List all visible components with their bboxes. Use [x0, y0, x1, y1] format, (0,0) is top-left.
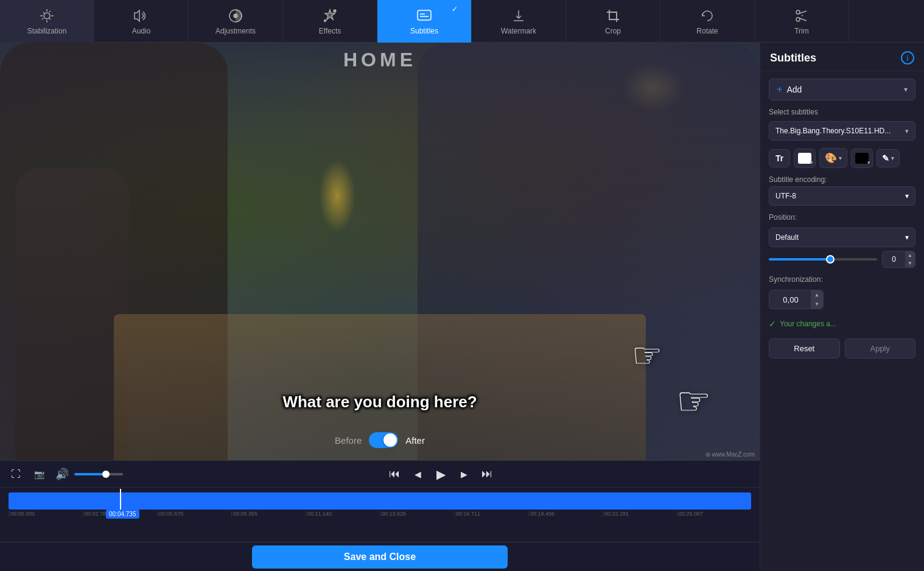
position-number-input[interactable]: 0 ▲ ▼	[882, 251, 915, 268]
reset-button[interactable]: Reset	[769, 338, 840, 359]
skip-start-button[interactable]: ⏮	[386, 466, 403, 483]
svg-rect-12	[609, 12, 617, 19]
sync-label: Synchronization:	[769, 275, 915, 284]
position-chevron: ▾	[905, 233, 909, 242]
font-button[interactable]: Tr	[769, 149, 790, 167]
select-subtitles-label: Select subtitles	[769, 108, 915, 116]
toolbar-audio-label: Audio	[132, 27, 151, 35]
before-after-switch[interactable]	[369, 432, 398, 448]
pen-button[interactable]: ✎ ▾	[877, 149, 900, 167]
ruler-tick-5: 00:13.926	[380, 511, 454, 517]
palette-button[interactable]: 🎨 ▾	[819, 148, 847, 168]
ruler-tick-9: 00:25.067	[677, 511, 751, 517]
text-color-preview	[798, 153, 811, 164]
add-subtitle-button[interactable]: + Add ▾	[769, 79, 915, 100]
toolbar-trim-label: Trim	[794, 27, 809, 35]
toolbar-subtitles-label: Subtitles	[410, 27, 438, 35]
trim-icon	[793, 7, 810, 24]
sync-decrement[interactable]: ▼	[811, 300, 823, 309]
apply-button[interactable]: Apply	[845, 338, 916, 359]
changes-saved-text: Your changes a...	[780, 320, 836, 328]
sync-spinners: ▲ ▼	[811, 290, 823, 309]
video-controls-bar: ⛶ 📷 🔊 ⏮ ◀ ▶ ▶ ⏭	[0, 460, 760, 487]
scene-sparkle	[319, 159, 355, 233]
toolbar-stabilization-label: Stabilization	[27, 27, 67, 35]
toolbar: Stabilization Audio Adjustments	[0, 0, 924, 43]
volume-icon[interactable]: 🔊	[54, 466, 71, 483]
right-panel: Subtitles i + Add ▾ Select subtitles The…	[760, 43, 924, 571]
svg-point-6	[234, 14, 237, 18]
volume-knob	[102, 471, 110, 478]
step-forward-button[interactable]: ▶	[455, 466, 472, 483]
checkmark-icon: ✓	[769, 319, 776, 329]
main-content: HOME What are you doing here? Before	[0, 43, 924, 571]
crop-icon	[604, 7, 621, 24]
toolbar-crop[interactable]: Crop	[566, 0, 660, 43]
svg-point-0	[44, 13, 50, 19]
panel-header: Subtitles i	[760, 43, 924, 71]
encoding-section: Subtitle encoding: UTF-8 ▾	[769, 175, 915, 206]
toolbar-effects[interactable]: Effects	[283, 0, 377, 43]
ruler-tick-4: 00:11.140	[306, 511, 380, 517]
ruler-tick-7: 00:19.496	[528, 511, 603, 517]
select-subtitles-section: Select subtitles The.Big.Bang.Theory.S10…	[769, 108, 915, 141]
timeline-area[interactable]: 00:04.735 00:00.000 00:02.785 00:05.570 …	[0, 487, 760, 542]
info-icon[interactable]: i	[901, 51, 914, 65]
sync-value: 0,00	[783, 295, 798, 304]
save-close-button[interactable]: Save and Close	[252, 545, 508, 569]
position-slider[interactable]	[769, 258, 877, 261]
position-value: Default	[775, 233, 799, 242]
toolbar-stabilization[interactable]: Stabilization	[0, 0, 94, 43]
bg-color-preview	[855, 153, 869, 164]
bg-color-chevron: ▾	[867, 159, 870, 166]
effects-icon	[321, 7, 338, 24]
toolbar-trim[interactable]: Trim	[755, 0, 849, 43]
position-section: Position: Default ▾ 0 ▲ ▼	[769, 213, 915, 268]
video-scene: HOME What are you doing here? Before	[0, 43, 760, 460]
svg-rect-9	[418, 10, 431, 20]
subtitle-file-dropdown[interactable]: The.Big.Bang.Theory.S10E11.HD... ▾	[769, 121, 915, 141]
svg-point-8	[324, 20, 326, 22]
position-increment[interactable]: ▲	[905, 251, 915, 259]
palette-chevron: ▾	[839, 155, 842, 161]
timeline-track[interactable]	[9, 492, 751, 510]
svg-point-7	[334, 10, 336, 12]
screenshot-button[interactable]: 📷	[30, 466, 47, 483]
bg-color-swatch[interactable]: ▾	[851, 149, 873, 168]
font-style-row: Tr ▾ 🎨 ▾ ▾ ✎	[769, 148, 915, 168]
position-slider-knob	[826, 255, 835, 264]
plus-icon: +	[777, 84, 782, 94]
text-color-swatch[interactable]: ▾	[794, 149, 816, 168]
sync-input[interactable]: 0,00 ▲ ▼	[769, 290, 824, 309]
after-label: After	[405, 435, 425, 446]
toolbar-audio[interactable]: Audio	[94, 0, 189, 43]
ruler-tick-6: 00:16.711	[454, 511, 528, 517]
skip-end-button[interactable]: ⏭	[478, 466, 495, 483]
position-label: Position:	[769, 213, 915, 222]
timeline-track-container: 00:04.735	[9, 492, 751, 510]
toolbar-adjustments[interactable]: Adjustments	[189, 0, 283, 43]
action-row: Reset Apply	[769, 338, 915, 359]
toolbar-watermark[interactable]: Watermark	[472, 0, 566, 43]
fullscreen-button[interactable]: ⛶	[7, 466, 24, 483]
encoding-label: Subtitle encoding:	[769, 175, 915, 184]
toolbar-rotate[interactable]: Rotate	[660, 0, 755, 43]
toolbar-subtitles[interactable]: Subtitles ✓	[377, 0, 472, 43]
position-dropdown[interactable]: Default ▾	[769, 228, 915, 247]
ruler-tick-8: 00:22.281	[603, 511, 677, 517]
play-button[interactable]: ▶	[432, 466, 449, 483]
encoding-dropdown[interactable]: UTF-8 ▾	[769, 186, 915, 206]
toolbar-crop-label: Crop	[605, 27, 621, 35]
video-container: HOME What are you doing here? Before	[0, 43, 760, 460]
save-bar: Save and Close	[0, 542, 760, 571]
position-number-value: 0	[892, 255, 906, 264]
volume-slider[interactable]	[74, 473, 123, 475]
timeline-time-badge: 00:04.735	[106, 510, 139, 519]
sync-input-row: 0,00 ▲ ▼	[769, 290, 915, 309]
position-decrement[interactable]: ▼	[905, 259, 915, 267]
step-back-button[interactable]: ◀	[409, 466, 426, 483]
subtitles-icon	[416, 7, 433, 24]
ruler-tick-2: 00:05.570	[157, 511, 231, 517]
sync-increment[interactable]: ▲	[811, 290, 823, 300]
volume-control: 🔊	[54, 466, 123, 483]
